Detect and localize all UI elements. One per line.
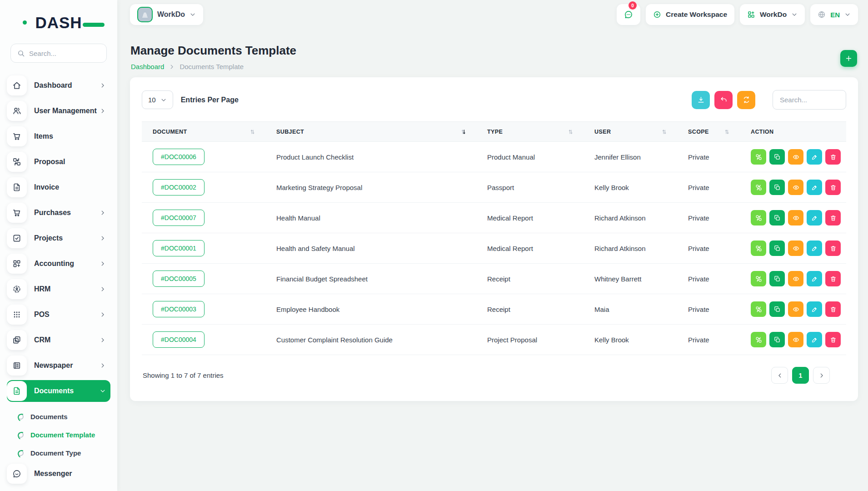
chevron-down-icon [190, 11, 196, 18]
sort-icon[interactable] [661, 129, 667, 135]
chevron-right-icon [100, 362, 106, 369]
add-template-button[interactable] [840, 50, 857, 67]
delete-button[interactable] [825, 180, 841, 195]
column-header-document[interactable]: DOCUMENT [142, 122, 265, 142]
document-id-badge[interactable]: #DOC00003 [153, 301, 205, 317]
document-id-badge[interactable]: #DOC00005 [153, 271, 205, 287]
submenu-item-document-template[interactable]: Document Template [18, 426, 110, 444]
submenu-item-document-type[interactable]: Document Type [18, 444, 110, 462]
export-button[interactable] [692, 91, 710, 109]
sidebar-item-newspaper[interactable]: Newspaper [7, 355, 110, 376]
app-switcher-button[interactable]: WorkDo [740, 4, 805, 25]
app-root: DASH Dashboard User Management Items [0, 0, 868, 491]
edit-button[interactable] [807, 271, 822, 286]
convert-button[interactable] [751, 210, 766, 225]
edit-button[interactable] [807, 332, 822, 347]
sidebar-item-proposal[interactable]: Proposal [7, 151, 110, 173]
column-header-scope[interactable]: SCOPE [677, 122, 740, 142]
chevron-right-icon [818, 372, 825, 379]
view-button[interactable] [788, 210, 803, 225]
edit-button[interactable] [807, 240, 822, 256]
column-header-type[interactable]: TYPE [476, 122, 584, 142]
table-search-input[interactable] [773, 90, 846, 110]
edit-button[interactable] [807, 210, 822, 225]
type-cell: Receipt [476, 294, 584, 325]
entries-per-page-select[interactable]: 10 [142, 90, 173, 109]
brand-logo[interactable]: DASH [25, 14, 93, 32]
view-button[interactable] [788, 271, 803, 286]
convert-button[interactable] [751, 240, 766, 256]
sidebar-search-input[interactable] [29, 50, 93, 57]
sidebar-item-invoice[interactable]: Invoice [7, 176, 110, 198]
delete-button[interactable] [825, 210, 841, 225]
view-button[interactable] [788, 149, 803, 165]
duplicate-button[interactable] [769, 180, 785, 195]
sidebar-item-purchases[interactable]: Purchases [7, 202, 110, 224]
sort-icon-active[interactable] [460, 129, 466, 135]
duplicate-button[interactable] [769, 210, 785, 225]
duplicate-button[interactable] [769, 240, 785, 256]
delete-button[interactable] [825, 271, 841, 286]
sort-icon[interactable] [567, 129, 574, 135]
column-header-subject[interactable]: SUBJECT [265, 122, 476, 142]
language-selector[interactable]: EN [810, 4, 858, 25]
delete-button[interactable] [825, 240, 841, 256]
documents-template-card: 10 Entries Per Page DOC [130, 77, 858, 401]
view-button[interactable] [788, 332, 803, 347]
document-id-badge[interactable]: #DOC00007 [153, 210, 205, 226]
trash-icon [830, 336, 837, 343]
submenu-item-documents[interactable]: Documents [18, 407, 110, 426]
edit-button[interactable] [807, 180, 822, 195]
document-id-badge[interactable]: #DOC00001 [153, 240, 205, 256]
edit-button[interactable] [807, 301, 822, 317]
sidebar-item-items[interactable]: Items [7, 125, 110, 147]
duplicate-button[interactable] [769, 271, 785, 286]
sidebar-item-crm[interactable]: CRM [7, 329, 110, 351]
delete-button[interactable] [825, 301, 841, 317]
convert-button[interactable] [751, 332, 766, 347]
previous-page-button[interactable] [771, 367, 788, 384]
view-button[interactable] [788, 180, 803, 195]
sidebar-search[interactable] [10, 44, 107, 63]
duplicate-button[interactable] [769, 332, 785, 347]
sidebar-item-pos[interactable]: POS [7, 304, 110, 326]
next-page-button[interactable] [813, 367, 830, 384]
sort-icon[interactable] [249, 129, 255, 135]
messages-button[interactable]: 0 [617, 4, 640, 25]
convert-button[interactable] [751, 301, 766, 317]
sidebar-item-projects[interactable]: Projects [7, 227, 110, 249]
sidebar-item-user-management[interactable]: User Management [7, 100, 110, 122]
breadcrumb-home-link[interactable]: Dashboard [131, 63, 164, 70]
reload-button[interactable] [737, 91, 755, 109]
workspace-selector[interactable]: WorkDo [130, 4, 203, 25]
sidebar-item-messenger[interactable]: Messenger [7, 463, 110, 485]
convert-button[interactable] [751, 180, 766, 195]
sort-icon[interactable] [723, 129, 730, 135]
page-number-button[interactable]: 1 [792, 367, 809, 384]
document-id-badge[interactable]: #DOC00004 [153, 331, 205, 348]
edit-button[interactable] [807, 149, 822, 165]
document-id-badge[interactable]: #DOC00006 [153, 149, 205, 165]
delete-button[interactable] [825, 149, 841, 165]
duplicate-button[interactable] [769, 149, 785, 165]
document-id-badge[interactable]: #DOC00002 [153, 179, 205, 195]
delete-button[interactable] [825, 332, 841, 347]
user-cell: Maia [584, 294, 677, 325]
view-button[interactable] [788, 301, 803, 317]
scope-cell: Private [677, 172, 740, 203]
create-workspace-button[interactable]: Create Workspace [646, 4, 734, 25]
column-header-user[interactable]: USER [584, 122, 677, 142]
convert-button[interactable] [751, 149, 766, 165]
sidebar-item-dashboard[interactable]: Dashboard [7, 75, 110, 96]
sidebar-item-hrm[interactable]: HRM [7, 278, 110, 300]
view-button[interactable] [788, 240, 803, 256]
entries-per-page-label: Entries Per Page [181, 96, 239, 104]
convert-icon [755, 215, 762, 221]
pencil-icon [811, 276, 818, 282]
subject-cell: Marketing Strategy Proposal [265, 172, 476, 203]
sidebar-item-accounting[interactable]: Accounting [7, 253, 110, 275]
convert-button[interactable] [751, 271, 766, 286]
sidebar-item-documents[interactable]: Documents [7, 380, 110, 402]
reset-button[interactable] [714, 91, 733, 109]
duplicate-button[interactable] [769, 301, 785, 317]
